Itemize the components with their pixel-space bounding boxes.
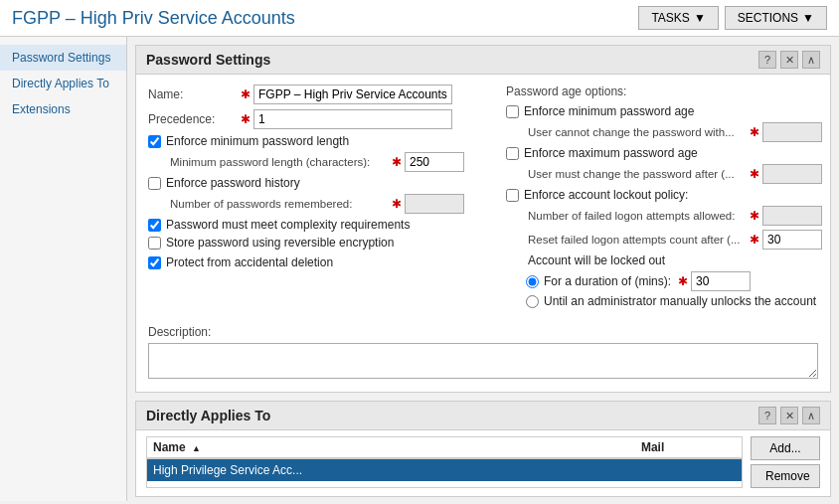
history-count-row: Number of passwords remembered: ✱ [170, 194, 486, 214]
duration-radio-row: For a duration of (mins): ✱ [526, 271, 822, 291]
name-input[interactable] [253, 84, 452, 104]
min-age-label: Enforce minimum password age [524, 104, 694, 118]
min-len-input[interactable] [405, 152, 464, 172]
complexity-checkbox[interactable] [148, 219, 161, 232]
sidebar-item-extensions[interactable]: Extensions [0, 96, 126, 122]
min-len-row: Minimum password length (characters): ✱ [170, 152, 486, 172]
sections-dropdown-icon: ▼ [802, 11, 814, 25]
dat-panel-header: Directly Applies To ? ✕ ∧ [136, 402, 830, 430]
dat-close-icon[interactable]: ✕ [780, 407, 798, 424]
must-change-row: User must change the password after (...… [528, 164, 822, 184]
password-settings-body: Name: ✱ Precedence: ✱ Enforce minimum pa… [136, 75, 830, 321]
min-len-required: ✱ [392, 155, 402, 169]
cannot-change-row: User cannot change the password with... … [528, 122, 822, 142]
help-icon[interactable]: ? [758, 51, 776, 69]
row-name-cell: High Privilege Service Acc... [147, 458, 635, 481]
sidebar-item-directly-applies-to[interactable]: Directly Applies To [0, 71, 126, 96]
col-mail[interactable]: Mail [635, 437, 742, 458]
enforce-min-len-row: Enforce minimum password length [148, 134, 486, 148]
locked-out-label-row: Account will be locked out [528, 253, 822, 267]
dat-table-container: Name ▲ Mail High Priv [146, 436, 820, 488]
duration-input[interactable] [691, 271, 751, 291]
reset-failed-required: ✱ [750, 233, 759, 247]
password-settings-header: Password Settings ? ✕ ∧ [136, 46, 830, 75]
tasks-button[interactable]: TASKS ▼ [638, 6, 718, 30]
cannot-change-required: ✱ [750, 125, 759, 139]
dat-table: Name ▲ Mail High Priv [147, 437, 742, 481]
min-age-checkbox[interactable] [506, 105, 519, 118]
page-title: FGPP – High Priv Service Accounts [12, 8, 295, 29]
dat-help-icon[interactable]: ? [758, 407, 776, 424]
password-settings-panel: Password Settings ? ✕ ∧ Name: ✱ [135, 45, 831, 393]
reversible-label: Store password using reversible encrypti… [166, 236, 394, 250]
lockout-label: Enforce account lockout policy: [524, 188, 688, 202]
enforce-min-len-label: Enforce minimum password length [166, 134, 349, 148]
dat-collapse-icon[interactable]: ∧ [802, 407, 820, 424]
manual-unlock-radio[interactable] [526, 295, 539, 308]
protect-checkbox[interactable] [148, 256, 161, 269]
sidebar: Password Settings Directly Applies To Ex… [0, 37, 127, 501]
cannot-change-input[interactable] [762, 122, 822, 142]
history-count-input[interactable] [405, 194, 464, 214]
name-label: Name: [148, 87, 238, 101]
protect-label: Protect from accidental deletion [166, 255, 333, 269]
duration-required: ✱ [678, 274, 688, 288]
panel-controls: ? ✕ ∧ [758, 51, 820, 69]
sections-button[interactable]: SECTIONS ▼ [725, 6, 827, 30]
add-button[interactable]: Add... [751, 436, 820, 460]
lockout-row: Enforce account lockout policy: [506, 188, 822, 202]
duration-radio[interactable] [526, 275, 539, 288]
sidebar-item-password-settings[interactable]: Password Settings [0, 45, 126, 71]
tasks-label: TASKS [651, 11, 689, 25]
description-input[interactable] [148, 343, 818, 379]
dat-panel-title: Directly Applies To [146, 408, 270, 423]
must-change-input[interactable] [762, 164, 822, 184]
directly-applies-to-panel: Directly Applies To ? ✕ ∧ Name [135, 401, 831, 497]
ps-left-col: Name: ✱ Precedence: ✱ Enforce minimum pa… [148, 84, 486, 311]
dat-panel-controls: ? ✕ ∧ [758, 407, 820, 424]
lockout-checkbox[interactable] [506, 189, 519, 202]
history-count-label: Number of passwords remembered: [170, 198, 389, 210]
description-label: Description: [148, 325, 818, 339]
row-mail-cell [635, 458, 742, 481]
must-change-label: User must change the password after (... [528, 168, 747, 180]
table-row[interactable]: High Privilege Service Acc... [147, 458, 742, 481]
failed-logon-required: ✱ [750, 209, 759, 223]
dat-body: Name ▲ Mail High Priv [136, 430, 830, 496]
main-layout: Password Settings Directly Applies To Ex… [0, 37, 839, 501]
header-buttons: TASKS ▼ SECTIONS ▼ [638, 6, 827, 30]
reversible-row: Store password using reversible encrypti… [148, 236, 486, 250]
close-icon[interactable]: ✕ [780, 51, 798, 69]
enforce-history-checkbox[interactable] [148, 177, 161, 190]
cannot-change-label: User cannot change the password with... [528, 126, 747, 138]
manual-unlock-radio-row: Until an administrator manually unlocks … [526, 294, 822, 308]
name-required: ✱ [241, 87, 251, 101]
complexity-label: Password must meet complexity requiremen… [166, 218, 410, 232]
enforce-min-len-checkbox[interactable] [148, 135, 161, 148]
dat-table-wrap: Name ▲ Mail High Priv [146, 436, 743, 488]
max-age-checkbox[interactable] [506, 147, 519, 160]
enforce-history-label: Enforce password history [166, 176, 300, 190]
sort-arrow-icon: ▲ [192, 443, 201, 453]
name-row: Name: ✱ [148, 84, 486, 104]
enforce-history-row: Enforce password history [148, 176, 486, 190]
precedence-input[interactable] [253, 109, 452, 129]
password-settings-title: Password Settings [146, 52, 270, 68]
tasks-dropdown-icon: ▼ [694, 11, 706, 25]
col-name[interactable]: Name ▲ [147, 437, 635, 458]
age-options-title: Password age options: [506, 84, 822, 98]
ps-right-col: Password age options: Enforce minimum pa… [506, 84, 822, 311]
manual-unlock-label: Until an administrator manually unlocks … [544, 294, 816, 308]
duration-label: For a duration of (mins): [544, 274, 671, 288]
min-len-label: Minimum password length (characters): [170, 156, 389, 168]
reset-failed-input[interactable] [762, 230, 822, 250]
must-change-required: ✱ [750, 167, 759, 181]
precedence-label: Precedence: [148, 112, 238, 126]
max-age-row: Enforce maximum password age [506, 146, 822, 160]
reversible-checkbox[interactable] [148, 237, 161, 250]
failed-logon-input[interactable] [762, 206, 822, 226]
failed-logon-row: Number of failed logon attempts allowed:… [528, 206, 822, 226]
precedence-required: ✱ [241, 112, 251, 126]
remove-button[interactable]: Remove [751, 464, 820, 488]
collapse-icon[interactable]: ∧ [802, 51, 820, 69]
